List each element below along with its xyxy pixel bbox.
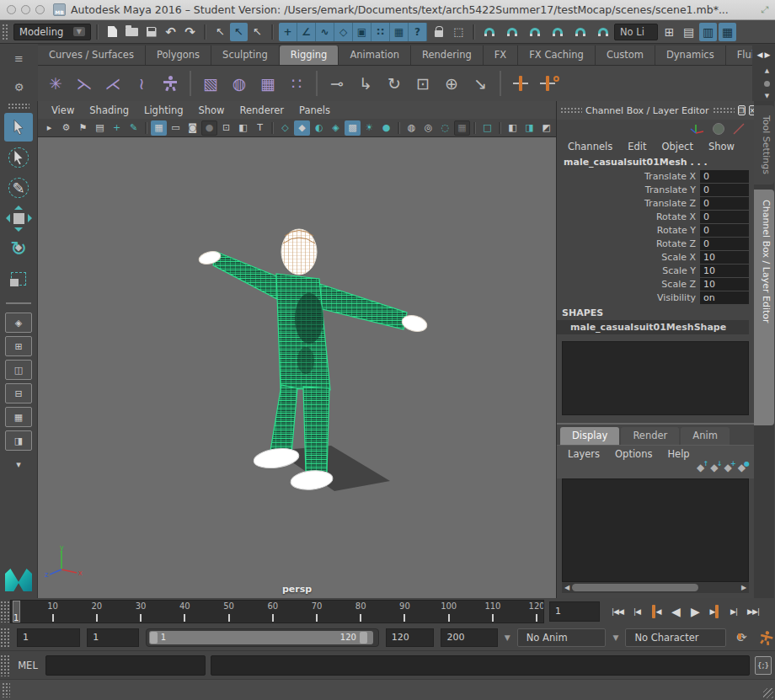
undo-icon[interactable]: ↶ [162,23,179,41]
command-line-input[interactable] [45,655,206,676]
help-line-grip[interactable] [2,682,10,697]
panel-menu-panels[interactable]: Panels [292,103,337,118]
channel-label[interactable]: Translate X [557,171,700,182]
scroll-left-icon[interactable]: ◀ [562,584,572,591]
channel-label[interactable]: Scale Y [557,265,700,276]
smooth-shade-icon[interactable]: ◆ [294,120,310,136]
mask-deformers-icon[interactable]: ▣ [353,23,371,41]
snap-point-icon[interactable] [526,23,543,41]
pole-vector-constraint-icon[interactable]: ↘ [468,71,493,96]
select-tool[interactable] [4,113,33,142]
scroll-right-icon[interactable]: ▶ [765,51,771,59]
aim-constraint-icon[interactable]: ⊕ [439,71,464,96]
step-back-key-button[interactable]: ◀ [647,601,665,622]
interactive-bind-icon[interactable]: ◍ [227,71,252,96]
channel-value-field[interactable]: 0 [700,238,749,250]
shelf-tab-custom[interactable]: Custom [596,45,655,65]
new-layer-from-selected-icon[interactable]: ◆● [738,462,746,478]
shadows-icon[interactable]: ● [378,120,394,136]
channel-object-name[interactable]: male_casualsuit01Mesh . . . [557,155,754,169]
viewport-canvas[interactable]: y x z persp [38,137,556,598]
panel-grip[interactable] [560,107,582,114]
channel-box-toggle-icon[interactable]: ▦ [719,23,736,41]
layer-tab-render[interactable]: Render [621,427,679,445]
open-scene-icon[interactable] [123,23,141,41]
animation-end-field[interactable]: 200 [441,628,497,647]
command-line-grip[interactable] [0,655,10,676]
gate-mask-icon[interactable]: ● [201,120,217,136]
shelf-tab-fluids[interactable]: Fluids [726,45,752,65]
window-resize-handle[interactable] [763,688,773,698]
shelf-gear-icon[interactable]: ⚙ [10,77,28,96]
set-key-link-icon[interactable] [537,71,562,96]
panel-layout-1-icon[interactable]: ◧ [505,120,521,136]
scale-constraint-icon[interactable]: ⊡ [410,71,436,96]
panel-grip[interactable] [713,107,735,114]
layer-tab-anim[interactable]: Anim [681,427,730,445]
modeling-toolkit-icon[interactable]: ▤ [680,23,698,41]
exposure-icon[interactable]: ▦ [454,120,470,136]
panel-menu-shading[interactable]: Shading [83,103,136,118]
layer-menu-options[interactable]: Options [609,446,658,462]
scroll-left-icon[interactable]: ◀ [757,51,763,59]
minimize-window-icon[interactable] [21,5,30,14]
channel-value-field[interactable]: 10 [700,278,749,291]
scale-tool[interactable] [4,265,33,293]
channel-label[interactable]: Scale Z [557,279,700,290]
channel-value-field[interactable]: 0 [700,184,749,196]
side-tab-tool-settings[interactable]: Tool Settings [754,105,774,184]
shelf-tab-polygons[interactable]: Polygons [146,45,211,65]
panel-menu-view[interactable]: View [45,103,81,118]
wireframe-icon[interactable]: ◇ [277,120,293,136]
playback-start-field[interactable]: 1 [87,628,139,647]
2d-pan-zoom-icon[interactable]: + [109,120,125,136]
channel-label[interactable]: Rotate X [557,211,700,222]
snap-projected-center-icon[interactable] [548,23,566,41]
live-surface-field[interactable]: No Li [614,24,658,40]
channel-label[interactable]: Translate Z [557,198,700,209]
mask-rendering-icon[interactable]: ▦ [390,23,409,41]
time-slider-grip[interactable] [0,601,10,623]
play-backwards-button[interactable]: ◀ [666,601,685,622]
layout-persp-outliner[interactable]: ◫ [5,360,32,380]
range-start-handle[interactable] [150,632,158,644]
humanik-character-icon[interactable] [158,71,183,96]
channel-label[interactable]: Rotate Y [557,225,700,236]
character-set-field[interactable]: No Character Set [625,628,726,647]
channel-menu-channels[interactable]: Channels [562,139,618,154]
channel-value-field[interactable]: 10 [700,265,749,277]
orient-constraint-icon[interactable]: ↻ [382,71,407,96]
safe-title-icon[interactable]: T [252,120,268,136]
layout-single-pane[interactable]: ◈ [5,313,32,333]
paint-select-tool[interactable]: ✎ [4,174,33,202]
range-slider[interactable]: 1 120 [146,628,379,647]
select-object-icon[interactable]: ↖ [230,23,248,41]
xray-icon[interactable]: ◍ [404,120,420,136]
mask-handles-icon[interactable]: + [279,23,297,41]
channel-value-field[interactable]: 0 [700,170,749,183]
mask-surfaces-icon[interactable]: ◇ [334,23,353,41]
shelf-tab-rigging[interactable]: Rigging [280,45,339,65]
move-tool[interactable] [4,204,33,232]
construction-history-icon[interactable]: ⊞ [660,23,678,41]
shelf-tab-fx-caching[interactable]: FX Caching [518,45,596,65]
ik-spline-handle-icon[interactable]: ≀ [129,71,154,96]
layer-list[interactable] [562,478,749,582]
channel-label[interactable]: Rotate Z [557,238,700,249]
channel-menu-edit[interactable]: Edit [622,139,652,154]
auto-keyframe-icon[interactable]: ⟳ [733,628,751,647]
field-chart-icon[interactable]: ⊡ [218,120,234,136]
new-empty-layer-icon[interactable]: ◆+ [724,462,732,478]
playback-end-field[interactable]: 120 [386,628,435,647]
mask-curves-icon[interactable]: ∿ [316,23,334,41]
grease-pencil-icon[interactable]: ✎ [126,120,142,136]
hyperbolic-pencil-icon[interactable] [732,122,746,136]
select-camera-icon[interactable]: ▸ [41,120,57,136]
wireframe-on-shaded-icon[interactable]: ◈ [328,120,344,136]
layout-persp-custom[interactable]: ◨ [5,430,32,451]
layer-tab-display[interactable]: Display [560,427,619,445]
panel-layout-2-icon[interactable]: ◨ [521,120,537,136]
marquee-select-icon[interactable]: □ [479,120,495,136]
lights-icon[interactable]: ☀ [361,120,377,136]
scroll-right-icon[interactable]: ▶ [739,584,749,591]
